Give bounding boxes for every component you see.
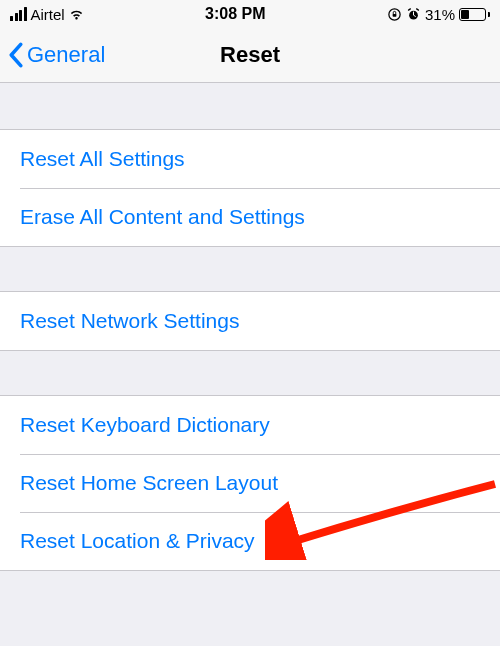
row-label: Reset Home Screen Layout (20, 471, 278, 495)
wifi-icon (69, 7, 84, 22)
navigation-title: Reset (220, 42, 280, 68)
row-label: Reset Keyboard Dictionary (20, 413, 270, 437)
status-clock: 3:08 PM (205, 5, 265, 23)
reset-network-settings-row[interactable]: Reset Network Settings (0, 292, 500, 350)
reset-keyboard-dictionary-row[interactable]: Reset Keyboard Dictionary (0, 396, 500, 454)
settings-group: Reset Network Settings (0, 291, 500, 351)
settings-group: Reset Keyboard Dictionary Reset Home Scr… (0, 395, 500, 571)
reset-home-screen-layout-row[interactable]: Reset Home Screen Layout (0, 454, 500, 512)
orientation-lock-icon (387, 7, 402, 22)
status-left: Airtel (10, 6, 84, 23)
status-right: 31% (387, 6, 490, 23)
reset-all-settings-row[interactable]: Reset All Settings (0, 130, 500, 188)
back-label: General (27, 42, 105, 68)
reset-location-privacy-row[interactable]: Reset Location & Privacy (0, 512, 500, 570)
back-button[interactable]: General (8, 42, 105, 68)
svg-rect-1 (393, 13, 397, 16)
row-label: Erase All Content and Settings (20, 205, 305, 229)
battery-percent: 31% (425, 6, 455, 23)
row-label: Reset All Settings (20, 147, 185, 171)
row-label: Reset Network Settings (20, 309, 239, 333)
alarm-icon (406, 7, 421, 22)
carrier-label: Airtel (31, 6, 65, 23)
status-bar: Airtel 3:08 PM 31% (0, 0, 500, 28)
row-label: Reset Location & Privacy (20, 529, 255, 553)
chevron-left-icon (8, 42, 24, 68)
settings-group: Reset All Settings Erase All Content and… (0, 129, 500, 247)
battery-icon (459, 8, 490, 21)
erase-all-content-row[interactable]: Erase All Content and Settings (0, 188, 500, 246)
navigation-bar: General Reset (0, 28, 500, 83)
cellular-signal-icon (10, 7, 27, 21)
